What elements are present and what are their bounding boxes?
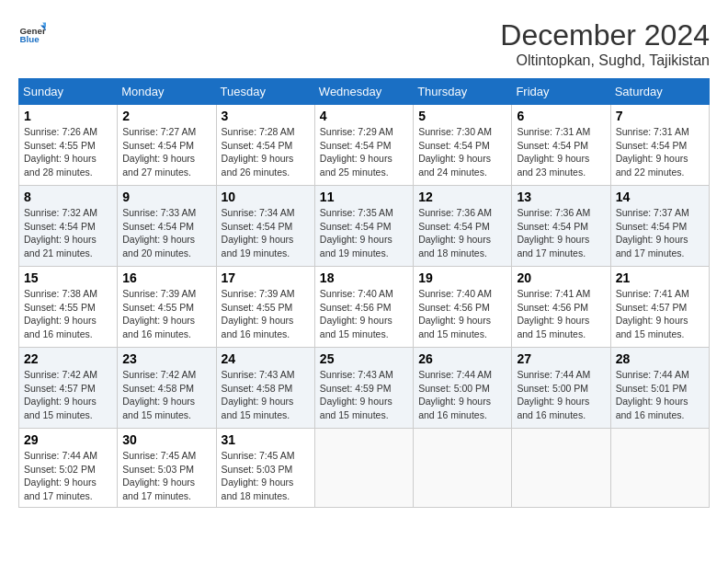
calendar-header-row: SundayMondayTuesdayWednesdayThursdayFrid…	[19, 79, 710, 105]
calendar-cell: 24Sunrise: 7:43 AMSunset: 4:58 PMDayligh…	[216, 348, 314, 429]
calendar-cell: 11Sunrise: 7:35 AMSunset: 4:54 PMDayligh…	[314, 186, 413, 267]
calendar-cell: 6Sunrise: 7:31 AMSunset: 4:54 PMDaylight…	[512, 105, 610, 186]
calendar-cell: 8Sunrise: 7:32 AMSunset: 4:54 PMDaylight…	[19, 186, 118, 267]
calendar-cell: 27Sunrise: 7:44 AMSunset: 5:00 PMDayligh…	[512, 348, 610, 429]
calendar-cell: 12Sunrise: 7:36 AMSunset: 4:54 PMDayligh…	[414, 186, 512, 267]
day-number: 16	[122, 270, 210, 285]
calendar-cell: 29Sunrise: 7:44 AMSunset: 5:02 PMDayligh…	[19, 429, 118, 508]
calendar-cell: 7Sunrise: 7:31 AMSunset: 4:54 PMDaylight…	[610, 105, 709, 186]
weekday-header: Thursday	[414, 79, 512, 105]
day-number: 19	[418, 270, 506, 285]
day-info: Sunrise: 7:37 AMSunset: 4:54 PMDaylight:…	[616, 206, 704, 260]
day-info: Sunrise: 7:28 AMSunset: 4:54 PMDaylight:…	[222, 125, 310, 179]
calendar-cell: 22Sunrise: 7:42 AMSunset: 4:57 PMDayligh…	[19, 348, 118, 429]
day-info: Sunrise: 7:26 AMSunset: 4:55 PMDaylight:…	[24, 125, 112, 179]
calendar-week-row: 15Sunrise: 7:38 AMSunset: 4:55 PMDayligh…	[19, 267, 710, 348]
day-info: Sunrise: 7:41 AMSunset: 4:56 PMDaylight:…	[517, 287, 605, 341]
page-header: General Blue December 2024 Oltintopkan, …	[18, 18, 710, 69]
day-info: Sunrise: 7:36 AMSunset: 4:54 PMDaylight:…	[517, 206, 605, 260]
day-number: 5	[418, 109, 506, 123]
calendar-cell: 21Sunrise: 7:41 AMSunset: 4:57 PMDayligh…	[610, 267, 709, 348]
day-info: Sunrise: 7:35 AMSunset: 4:54 PMDaylight:…	[320, 206, 408, 260]
day-info: Sunrise: 7:40 AMSunset: 4:56 PMDaylight:…	[320, 287, 408, 341]
day-number: 12	[418, 190, 506, 204]
day-number: 27	[517, 351, 605, 366]
day-number: 15	[24, 270, 112, 285]
day-number: 22	[24, 351, 112, 366]
calendar-cell: 31Sunrise: 7:45 AMSunset: 5:03 PMDayligh…	[216, 429, 314, 508]
day-number: 4	[320, 109, 408, 123]
day-info: Sunrise: 7:39 AMSunset: 4:55 PMDaylight:…	[122, 287, 210, 341]
weekday-header: Saturday	[610, 79, 709, 105]
day-info: Sunrise: 7:29 AMSunset: 4:54 PMDaylight:…	[320, 125, 408, 179]
month-title: December 2024	[500, 18, 710, 52]
calendar-table: SundayMondayTuesdayWednesdayThursdayFrid…	[18, 78, 710, 508]
calendar-cell	[512, 429, 610, 508]
calendar-cell: 4Sunrise: 7:29 AMSunset: 4:54 PMDaylight…	[314, 105, 413, 186]
day-number: 1	[24, 109, 112, 123]
day-info: Sunrise: 7:34 AMSunset: 4:54 PMDaylight:…	[222, 206, 310, 260]
day-number: 9	[122, 190, 210, 204]
calendar-cell: 3Sunrise: 7:28 AMSunset: 4:54 PMDaylight…	[216, 105, 314, 186]
day-number: 20	[517, 270, 605, 285]
day-info: Sunrise: 7:30 AMSunset: 4:54 PMDaylight:…	[418, 125, 506, 179]
calendar-week-row: 8Sunrise: 7:32 AMSunset: 4:54 PMDaylight…	[19, 186, 710, 267]
day-number: 24	[222, 351, 310, 366]
calendar-cell: 15Sunrise: 7:38 AMSunset: 4:55 PMDayligh…	[19, 267, 118, 348]
calendar-cell: 25Sunrise: 7:43 AMSunset: 4:59 PMDayligh…	[314, 348, 413, 429]
calendar-cell: 9Sunrise: 7:33 AMSunset: 4:54 PMDaylight…	[118, 186, 216, 267]
day-info: Sunrise: 7:39 AMSunset: 4:55 PMDaylight:…	[222, 287, 310, 341]
day-info: Sunrise: 7:40 AMSunset: 4:56 PMDaylight:…	[418, 287, 506, 341]
day-number: 17	[222, 270, 310, 285]
svg-text:Blue: Blue	[20, 34, 40, 44]
day-number: 7	[616, 109, 704, 123]
calendar-cell: 28Sunrise: 7:44 AMSunset: 5:01 PMDayligh…	[610, 348, 709, 429]
day-number: 25	[320, 351, 408, 366]
day-info: Sunrise: 7:45 AMSunset: 5:03 PMDaylight:…	[222, 449, 310, 503]
day-info: Sunrise: 7:32 AMSunset: 4:54 PMDaylight:…	[24, 206, 112, 260]
day-number: 18	[320, 270, 408, 285]
day-info: Sunrise: 7:27 AMSunset: 4:54 PMDaylight:…	[122, 125, 210, 179]
day-info: Sunrise: 7:33 AMSunset: 4:54 PMDaylight:…	[122, 206, 210, 260]
day-number: 3	[222, 109, 310, 123]
day-info: Sunrise: 7:45 AMSunset: 5:03 PMDaylight:…	[122, 449, 210, 503]
day-info: Sunrise: 7:44 AMSunset: 5:01 PMDaylight:…	[616, 368, 704, 422]
day-info: Sunrise: 7:31 AMSunset: 4:54 PMDaylight:…	[616, 125, 704, 179]
calendar-cell	[610, 429, 709, 508]
day-number: 14	[616, 190, 704, 204]
calendar-cell: 20Sunrise: 7:41 AMSunset: 4:56 PMDayligh…	[512, 267, 610, 348]
calendar-week-row: 1Sunrise: 7:26 AMSunset: 4:55 PMDaylight…	[19, 105, 710, 186]
calendar-cell: 18Sunrise: 7:40 AMSunset: 4:56 PMDayligh…	[314, 267, 413, 348]
weekday-header: Sunday	[19, 79, 118, 105]
calendar-cell: 14Sunrise: 7:37 AMSunset: 4:54 PMDayligh…	[610, 186, 709, 267]
logo: General Blue	[18, 18, 46, 46]
calendar-cell: 17Sunrise: 7:39 AMSunset: 4:55 PMDayligh…	[216, 267, 314, 348]
day-number: 29	[24, 432, 112, 447]
calendar-cell: 16Sunrise: 7:39 AMSunset: 4:55 PMDayligh…	[118, 267, 216, 348]
weekday-header: Wednesday	[314, 79, 413, 105]
calendar-cell: 30Sunrise: 7:45 AMSunset: 5:03 PMDayligh…	[118, 429, 216, 508]
day-info: Sunrise: 7:43 AMSunset: 4:59 PMDaylight:…	[320, 368, 408, 422]
day-number: 6	[517, 109, 605, 123]
day-number: 26	[418, 351, 506, 366]
day-number: 21	[616, 270, 704, 285]
calendar-week-row: 29Sunrise: 7:44 AMSunset: 5:02 PMDayligh…	[19, 429, 710, 508]
day-info: Sunrise: 7:42 AMSunset: 4:57 PMDaylight:…	[24, 368, 112, 422]
day-info: Sunrise: 7:42 AMSunset: 4:58 PMDaylight:…	[122, 368, 210, 422]
calendar-cell: 10Sunrise: 7:34 AMSunset: 4:54 PMDayligh…	[216, 186, 314, 267]
calendar-cell	[414, 429, 512, 508]
day-info: Sunrise: 7:36 AMSunset: 4:54 PMDaylight:…	[418, 206, 506, 260]
day-number: 8	[24, 190, 112, 204]
calendar-cell: 2Sunrise: 7:27 AMSunset: 4:54 PMDaylight…	[118, 105, 216, 186]
day-info: Sunrise: 7:44 AMSunset: 5:00 PMDaylight:…	[418, 368, 506, 422]
day-info: Sunrise: 7:44 AMSunset: 5:00 PMDaylight:…	[517, 368, 605, 422]
day-info: Sunrise: 7:44 AMSunset: 5:02 PMDaylight:…	[24, 449, 112, 503]
weekday-header: Friday	[512, 79, 610, 105]
title-block: December 2024 Oltintopkan, Sughd, Tajiki…	[500, 18, 710, 69]
day-number: 30	[122, 432, 210, 447]
day-number: 2	[122, 109, 210, 123]
day-info: Sunrise: 7:38 AMSunset: 4:55 PMDaylight:…	[24, 287, 112, 341]
logo-icon: General Blue	[18, 18, 46, 46]
calendar-week-row: 22Sunrise: 7:42 AMSunset: 4:57 PMDayligh…	[19, 348, 710, 429]
calendar-cell: 23Sunrise: 7:42 AMSunset: 4:58 PMDayligh…	[118, 348, 216, 429]
